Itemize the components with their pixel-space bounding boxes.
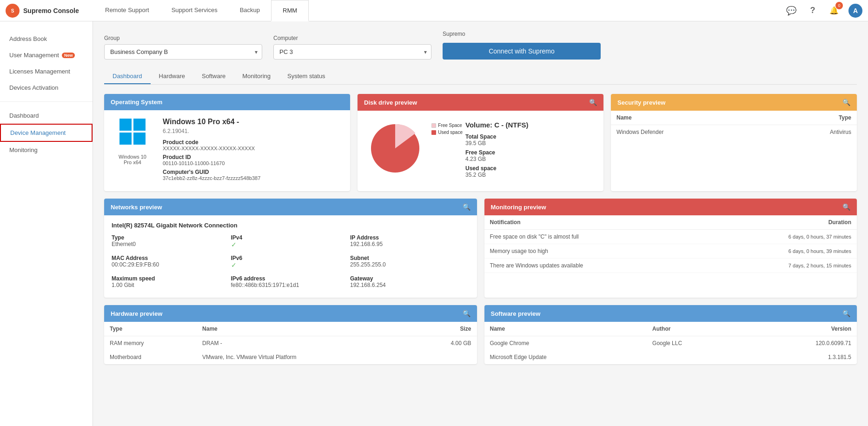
controls-row: Group Business Company B ▾ Computer PC 3… <box>104 31 857 60</box>
top-nav-tabs: Remote Support Support Services Backup R… <box>94 0 784 21</box>
sidebar-item-devices-activation[interactable]: Devices Activation <box>0 80 93 96</box>
disk-free-space: Free Space 4.23 GB <box>465 149 596 162</box>
os-build: 6.2.19041. <box>163 128 343 134</box>
monitoring-col-duration: Duration <box>702 215 857 230</box>
hw-name-0: DRAM - <box>197 336 412 351</box>
security-search-icon[interactable]: 🔍 <box>842 99 850 106</box>
help-icon-btn[interactable]: ? <box>806 4 820 18</box>
monitoring-preview-card: Monitoring preview 🔍 Notification Durati… <box>484 199 857 298</box>
hardware-table: Type Name Size RAM memory DRAM - 4.00 GB <box>104 322 477 364</box>
chat-icon-btn[interactable]: 💬 <box>784 4 798 18</box>
disk-card-header: Disk drive preview 🔍 <box>358 94 603 111</box>
group-label: Group <box>104 35 262 41</box>
monitoring-search-icon[interactable]: 🔍 <box>842 203 850 211</box>
group-control: Group Business Company B ▾ <box>104 35 262 60</box>
sidebar-item-device-management[interactable]: Device Management <box>0 124 93 142</box>
disk-search-icon[interactable]: 🔍 <box>589 99 597 106</box>
user-avatar[interactable]: A <box>848 4 862 18</box>
net-type: Type Ethernet0 <box>112 234 231 248</box>
hardware-card: Hardware preview 🔍 Type Name Size <box>104 305 477 364</box>
notifications-icon-btn[interactable]: 🔔 0 <box>827 4 841 18</box>
network-card: Networks preview 🔍 Intel(R) 82574L Gigab… <box>104 199 477 298</box>
tab-hardware[interactable]: Hardware <box>151 69 193 84</box>
tab-dashboard[interactable]: Dashboard <box>104 69 151 84</box>
sidebar-item-dashboard[interactable]: Dashboard <box>0 107 93 124</box>
software-card: Software preview 🔍 Name Author Version <box>484 305 857 364</box>
svg-rect-3 <box>133 119 146 131</box>
app-body: Address Book User Management New License… <box>0 21 868 426</box>
app-logo: S Supremo Console <box>6 4 94 18</box>
top-cards-grid: Operating System Windows 10Pro x64 <box>104 94 857 191</box>
main-content: Group Business Company B ▾ Computer PC 3… <box>93 21 868 426</box>
network-search-icon[interactable]: 🔍 <box>463 203 470 211</box>
security-table: Name Type Windows Defender Antivirus <box>611 111 857 139</box>
os-details: Windows 10 Pro x64 - 6.2.19041. Product … <box>163 118 343 184</box>
net-ip-address: IP Address 192.168.6.95 <box>350 234 470 248</box>
hw-name-1: VMware, Inc. VMware Virtual Platform <box>197 350 412 364</box>
pie-svg <box>365 118 425 179</box>
mid-cards-grid: Networks preview 🔍 Intel(R) 82574L Gigab… <box>104 199 857 298</box>
hardware-search-icon[interactable]: 🔍 <box>463 310 470 317</box>
sidebar-item-monitoring[interactable]: Monitoring <box>0 142 93 158</box>
software-table: Name Author Version Google Chrome Google… <box>484 322 857 364</box>
sw-col-version: Version <box>745 322 857 336</box>
tab-support-services[interactable]: Support Services <box>160 0 229 21</box>
security-card-body: Name Type Windows Defender Antivirus <box>611 111 857 139</box>
disk-info: Volume: C - (NTFS) Total Space 39.5 GB F… <box>465 121 596 181</box>
tab-monitoring[interactable]: Monitoring <box>234 69 279 84</box>
os-card: Operating System Windows 10Pro x64 <box>104 94 350 191</box>
tab-software[interactable]: Software <box>193 69 234 84</box>
tab-rmm[interactable]: RMM <box>271 0 309 21</box>
tab-system-status[interactable]: System status <box>279 69 334 84</box>
os-product-code-field: Product code XXXXX-XXXXX-XXXXX-XXXXX-XXX… <box>163 139 343 151</box>
monitoring-col-notification: Notification <box>484 215 702 230</box>
sw-name-1: Microsoft Edge Update <box>484 350 647 364</box>
windows-icon <box>119 118 146 151</box>
hw-row-0: RAM memory DRAM - 4.00 GB <box>104 336 477 351</box>
security-card: Security preview 🔍 Name Type <box>611 94 857 191</box>
bottom-cards-grid: Hardware preview 🔍 Type Name Size <box>104 305 857 364</box>
app-name: Supremo Console <box>23 7 79 14</box>
sw-author-0: Google LLC <box>647 336 745 351</box>
computer-label: Computer <box>273 35 431 41</box>
hardware-card-header: Hardware preview 🔍 <box>104 305 477 322</box>
hw-size-1 <box>412 350 477 364</box>
hw-type-1: Motherboard <box>104 350 197 364</box>
hw-col-size: Size <box>412 322 477 336</box>
security-row: Windows Defender Antivirus <box>611 125 857 140</box>
tab-backup[interactable]: Backup <box>229 0 271 21</box>
group-select[interactable]: Business Company B <box>104 44 262 60</box>
monitoring-duration-0: 6 days, 0 hours, 37 minutes <box>702 230 857 244</box>
sw-version-1: 1.3.181.5 <box>745 350 857 364</box>
security-cell-name: Windows Defender <box>611 125 769 140</box>
sw-author-1 <box>647 350 745 364</box>
notification-badge: 0 <box>835 2 843 9</box>
new-badge: New <box>62 53 75 58</box>
net-subnet: Subnet 255.255.255.0 <box>350 255 470 269</box>
sw-row-1: Microsoft Edge Update 1.3.181.5 <box>484 350 857 364</box>
monitoring-duration-1: 6 days, 0 hours, 39 minutes <box>702 244 857 259</box>
sw-col-author: Author <box>647 322 745 336</box>
sidebar-item-licenses-management[interactable]: Licenses Management <box>0 63 93 80</box>
computer-select[interactable]: PC 3 <box>273 44 431 60</box>
monitoring-card-body: Notification Duration Free space on disk… <box>484 215 857 273</box>
monitoring-row-0: Free space on disk "C" is almost full 6 … <box>484 230 857 244</box>
computer-control: Computer PC 3 ▾ <box>273 35 431 60</box>
monitoring-row-1: Memory usage too high 6 days, 0 hours, 3… <box>484 244 857 259</box>
security-col-type: Type <box>769 111 857 125</box>
sidebar-item-address-book[interactable]: Address Book <box>0 31 93 47</box>
software-search-icon[interactable]: 🔍 <box>842 310 850 317</box>
monitoring-row-2: There are Windows updates available 7 da… <box>484 259 857 273</box>
supremo-control: Supremo Connect with Supremo <box>443 31 601 60</box>
monitoring-table: Notification Duration Free space on disk… <box>484 215 857 273</box>
security-card-header: Security preview 🔍 <box>611 94 857 111</box>
tab-remote-support[interactable]: Remote Support <box>94 0 160 21</box>
sidebar-item-user-management[interactable]: User Management New <box>0 47 93 63</box>
monitoring-notification-2: There are Windows updates available <box>484 259 702 273</box>
os-guid-field: Computer's GUID 37c1ebb2-zz8z-4zzzc-bzz7… <box>163 169 343 181</box>
connect-supremo-button[interactable]: Connect with Supremo <box>443 43 601 60</box>
disk-total-space: Total Space 39.5 GB <box>465 133 596 146</box>
net-ipv6: IPv6 ✓ <box>231 255 351 269</box>
sw-version-0: 120.0.6099.71 <box>745 336 857 351</box>
os-version: Windows 10 Pro x64 - <box>163 118 343 126</box>
